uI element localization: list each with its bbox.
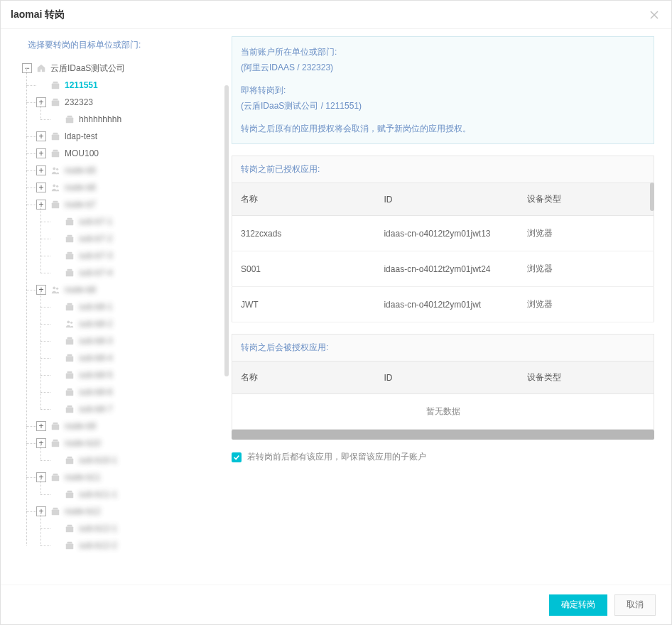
tree-root: −云盾IDaaS测试公司1211551+232323hhhhhhhhh+ldap…: [22, 60, 232, 554]
tree-node-label: sub-b11-1: [79, 489, 117, 499]
org-tree[interactable]: −云盾IDaaS测试公司1211551+232323hhhhhhhhh+ldap…: [9, 60, 232, 585]
expand-icon[interactable]: +: [36, 183, 46, 192]
expand-icon[interactable]: +: [36, 506, 46, 516]
tree-node-row[interactable]: sub-b7-2: [50, 230, 232, 247]
svg-rect-45: [52, 441, 60, 447]
tree-node-row[interactable]: sub-b7-3: [50, 247, 232, 264]
tree-scrollbar[interactable]: [224, 85, 229, 376]
tree-node-row[interactable]: +node-b6: [36, 179, 232, 196]
tree-node-row[interactable]: sub-b12-1: [50, 520, 232, 537]
tree-node-row[interactable]: +node-b7: [36, 196, 232, 213]
tree-node-row[interactable]: sub-b8-3: [50, 332, 232, 349]
check-icon: [233, 454, 240, 461]
info-line: 转岗之后原有的应用授权将会取消，赋予新岗位的应用授权。: [241, 121, 645, 136]
tree-node-row[interactable]: sub-b8-5: [50, 366, 232, 384]
tree-node-row[interactable]: sub-b7-4: [50, 264, 232, 281]
tree-node: +232323hhhhhhhhh: [36, 94, 232, 128]
svg-rect-18: [67, 218, 72, 220]
tree-node-row[interactable]: sub-b8-4: [50, 349, 232, 366]
tree-node-label: sub-b7-4: [79, 268, 112, 278]
expand-icon[interactable]: +: [36, 285, 46, 295]
svg-rect-9: [52, 134, 60, 140]
svg-rect-38: [67, 388, 72, 391]
horizontal-scrollbar[interactable]: [232, 430, 654, 440]
tree-node-row[interactable]: −云盾IDaaS测试公司: [22, 60, 232, 77]
tree-node-row[interactable]: 1211551: [36, 77, 232, 94]
left-instruction: 选择要转岗的目标单位或部门:: [9, 36, 232, 60]
before-apps-header: 转岗之前已授权应用:: [232, 156, 654, 183]
tree-node-row[interactable]: sub-b8-7: [50, 401, 232, 418]
tree-node-row[interactable]: +MOU100: [36, 145, 232, 162]
people-icon: [50, 285, 60, 295]
table-scrollbar[interactable]: [650, 183, 654, 211]
tree-node-label: sub-b8-6: [79, 387, 112, 397]
table-head: 名称 ID 设备类型: [232, 183, 654, 216]
tree-node-row[interactable]: +node-b12: [36, 503, 232, 520]
tree-node-row[interactable]: sub-b8-6: [50, 384, 232, 401]
tree-node-label: node-b5: [65, 165, 96, 175]
expand-icon[interactable]: +: [36, 131, 46, 141]
svg-rect-54: [67, 525, 72, 527]
tree-node-row[interactable]: sub-b12-2: [50, 537, 232, 554]
folder-icon: [65, 489, 75, 499]
col-id: ID: [375, 183, 519, 216]
folder-icon: [65, 404, 75, 414]
dialog-header: laomai 转岗: [1, 1, 671, 29]
tree-node: sub-b8-5: [50, 366, 232, 384]
expand-icon[interactable]: +: [36, 472, 46, 482]
expand-icon[interactable]: +: [36, 97, 46, 107]
tree-node-label: node-b11: [65, 472, 101, 482]
tree-node-row[interactable]: sub-b8-1: [50, 298, 232, 315]
tree-node-row[interactable]: +node-b8: [36, 281, 232, 298]
tree-node-label: sub-b8-7: [79, 404, 112, 414]
tree-node-row[interactable]: sub-b8-2: [50, 315, 232, 332]
tree-node-row[interactable]: hhhhhhhhh: [50, 111, 232, 128]
folder-icon: [65, 336, 75, 346]
after-apps-empty: 暂无数据: [232, 394, 654, 430]
checkbox[interactable]: [232, 452, 242, 462]
tree-node: sub-b11-1: [50, 486, 232, 503]
svg-rect-16: [53, 201, 58, 203]
tree-node-row[interactable]: +232323: [36, 94, 232, 111]
svg-rect-17: [52, 202, 60, 208]
folder-icon: [65, 353, 75, 363]
tree-node-label: sub-b8-4: [79, 353, 112, 363]
dialog-footer: 确定转岗 取消: [1, 585, 671, 624]
svg-rect-52: [53, 508, 58, 510]
folder-icon: [50, 80, 60, 90]
tree-node-row[interactable]: sub-b7-1: [50, 213, 232, 230]
folder-icon: [65, 217, 75, 227]
col-type: 设备类型: [519, 183, 654, 216]
tree-node-row[interactable]: sub-b10-1: [50, 452, 232, 469]
tree-node: sub-b12-1: [50, 520, 232, 537]
tree-node-row[interactable]: +node-b10: [36, 435, 232, 452]
expand-icon[interactable]: +: [36, 200, 46, 210]
tree-node: sub-b8-1: [50, 298, 232, 315]
expand-icon[interactable]: +: [36, 438, 46, 448]
cell-name: JWT: [232, 287, 376, 322]
before-apps-table: 名称 ID 设备类型 312zcxadsidaas-cn-o4012t2ym01…: [232, 183, 654, 322]
cancel-button[interactable]: 取消: [614, 594, 656, 616]
keep-subaccount-option[interactable]: 若转岗前后都有该应用，即保留该应用的子账户: [232, 451, 654, 463]
close-button[interactable]: [647, 8, 661, 22]
svg-rect-33: [66, 339, 74, 344]
tree-node-row[interactable]: +node-b9: [36, 418, 232, 435]
tree-node: +node-b9: [36, 418, 232, 435]
expand-icon[interactable]: +: [36, 165, 46, 175]
tree-node-row[interactable]: +node-b11: [36, 469, 232, 486]
svg-rect-39: [66, 390, 74, 396]
tree-node-row[interactable]: +ldap-test: [36, 128, 232, 145]
expand-icon[interactable]: +: [36, 421, 46, 431]
tree-node-row[interactable]: +node-b5: [36, 162, 232, 179]
collapse-icon[interactable]: −: [22, 63, 32, 73]
expand-icon[interactable]: +: [36, 148, 46, 158]
svg-point-30: [67, 320, 70, 323]
confirm-button[interactable]: 确定转岗: [549, 594, 607, 616]
tree-node-row[interactable]: sub-b11-1: [50, 486, 232, 503]
folder-icon: [65, 234, 75, 244]
svg-rect-21: [66, 237, 74, 242]
tree-node: sub-b12-2: [50, 537, 232, 554]
people-icon: [50, 165, 60, 175]
table-head: 名称 ID 设备类型: [232, 362, 654, 394]
tree-children: 1211551+232323hhhhhhhhh+ldap-test+MOU100…: [22, 77, 232, 554]
